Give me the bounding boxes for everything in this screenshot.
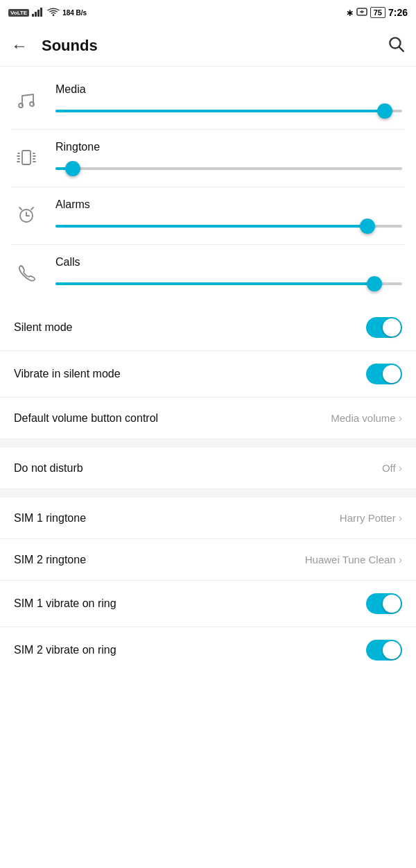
vibrate-silent-row[interactable]: Vibrate in silent mode (0, 351, 416, 398)
svg-rect-2 (37, 10, 40, 17)
section-gap-1 (0, 439, 416, 448)
sim2-vibrate-label: SIM 2 vibrate on ring (14, 644, 116, 656)
calls-slider-container[interactable] (55, 277, 402, 291)
sim1-vibrate-label: SIM 1 vibrate on ring (14, 597, 116, 610)
svg-point-4 (53, 14, 55, 16)
vibrate-silent-toggle[interactable] (366, 364, 402, 384)
ringtone-label: Ringtone (55, 141, 402, 153)
music-icon (11, 85, 42, 115)
do-not-disturb-chevron: › (399, 462, 402, 475)
media-label: Media (55, 83, 402, 96)
battery-icon: 75 (370, 7, 385, 18)
volte-badge: VoLTE (8, 9, 29, 17)
calls-label: Calls (55, 256, 402, 269)
alarm-icon (11, 200, 42, 230)
svg-line-9 (399, 46, 404, 51)
nfc-icon (356, 7, 367, 19)
vibrate-silent-knob (383, 365, 401, 383)
sim2-vibrate-toggle[interactable] (366, 640, 402, 661)
wifi-icon (47, 7, 60, 19)
status-right: ∗ 75 7:26 (346, 7, 408, 19)
ringtone-volume-controls: Ringtone (55, 141, 402, 176)
alarms-slider-container[interactable] (55, 219, 402, 233)
alarms-label: Alarms (55, 198, 402, 211)
ringtone-slider-container[interactable] (55, 162, 402, 176)
silent-mode-knob (383, 318, 401, 337)
sim2-ringtone-row[interactable]: SIM 2 ringtone Huawei Tune Clean › (0, 539, 416, 581)
page-title: Sounds (42, 37, 387, 55)
bluetooth-icon: ∗ (346, 8, 354, 18)
toggle-section: Silent mode Vibrate in silent mode Defau… (0, 305, 416, 439)
clock: 7:26 (388, 7, 408, 18)
svg-rect-1 (35, 12, 37, 17)
phone-icon (11, 257, 42, 288)
calls-volume-controls: Calls (55, 256, 402, 291)
sim1-ringtone-label: SIM 1 ringtone (14, 512, 86, 525)
volume-button-control-row[interactable]: Default volume button control Media volu… (0, 398, 416, 439)
media-volume-item: Media (0, 72, 416, 129)
media-volume-controls: Media (55, 83, 402, 118)
sim1-vibrate-row[interactable]: SIM 1 vibrate on ring (0, 581, 416, 627)
silent-mode-toggle[interactable] (366, 317, 402, 338)
sim1-vibrate-knob (383, 595, 401, 613)
toolbar: ← Sounds (0, 25, 416, 67)
sim1-ringtone-row[interactable]: SIM 1 ringtone Harry Potter › (0, 497, 416, 539)
media-slider-container[interactable] (55, 104, 402, 118)
silent-mode-label: Silent mode (14, 321, 73, 334)
svg-rect-3 (40, 8, 42, 17)
volume-button-control-label: Default volume button control (14, 412, 158, 425)
ringtone-volume-item: Ringtone (0, 130, 416, 187)
vibrate-icon (11, 142, 42, 173)
do-not-disturb-value: Off › (382, 462, 402, 475)
sim1-ringtone-value: Harry Potter › (340, 512, 402, 525)
sim2-ringtone-chevron: › (399, 554, 402, 566)
search-button[interactable] (387, 35, 405, 57)
sim2-vibrate-knob (383, 641, 401, 659)
volume-section: Media (0, 67, 416, 305)
status-left: VoLTE 184 B/s (8, 7, 87, 19)
back-button[interactable]: ← (11, 37, 28, 54)
status-bar: VoLTE 184 B/s ∗ (0, 0, 416, 25)
sim1-ringtone-chevron: › (399, 512, 402, 525)
svg-rect-12 (22, 151, 31, 164)
volume-button-control-value: Media volume › (331, 412, 402, 425)
do-not-disturb-row[interactable]: Do not disturb Off › (0, 448, 416, 489)
calls-volume-item: Calls (0, 245, 416, 302)
signal-bars (32, 7, 44, 19)
content: Media (0, 67, 416, 673)
svg-line-24 (19, 207, 21, 210)
svg-line-25 (31, 207, 33, 210)
vibrate-silent-label: Vibrate in silent mode (14, 368, 121, 380)
section-gap-2 (0, 489, 416, 497)
sim2-vibrate-row[interactable]: SIM 2 vibrate on ring (0, 627, 416, 673)
alarms-volume-item: Alarms (0, 187, 416, 244)
volume-button-chevron: › (399, 412, 402, 425)
sim2-ringtone-value: Huawei Tune Clean › (305, 554, 402, 566)
do-not-disturb-label: Do not disturb (14, 462, 83, 475)
data-speed: 184 B/s (62, 9, 87, 17)
sim2-ringtone-label: SIM 2 ringtone (14, 554, 86, 566)
sim1-vibrate-toggle[interactable] (366, 593, 402, 614)
alarms-volume-controls: Alarms (55, 198, 402, 233)
svg-rect-0 (32, 14, 34, 17)
silent-mode-row[interactable]: Silent mode (0, 305, 416, 351)
